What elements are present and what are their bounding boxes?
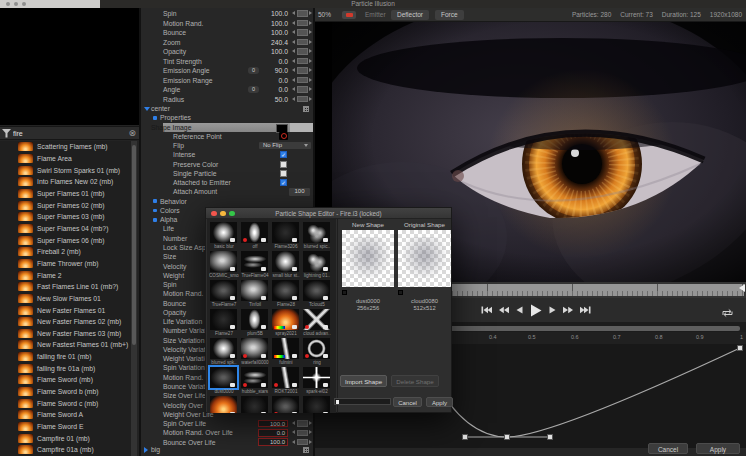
increment-icon[interactable] [309, 21, 312, 25]
increment-icon[interactable] [309, 430, 312, 434]
shape-tile[interactable] [209, 395, 239, 413]
control-point[interactable] [505, 435, 510, 440]
preset-list-scrollbar[interactable] [131, 141, 137, 456]
playhead-icon[interactable] [739, 284, 745, 292]
property-row[interactable]: Attach Amount 100 [141, 187, 313, 196]
value-slider[interactable] [297, 67, 308, 73]
deflector-button[interactable]: Deflector [391, 10, 429, 20]
checkbox[interactable] [280, 161, 287, 168]
list-item[interactable]: New Faster Flames 03 (mb) [0, 328, 131, 340]
shape-tile[interactable]: COSMIC_smo.. [209, 250, 239, 279]
window-titlebar[interactable]: Particle Illusion [0, 0, 746, 8]
list-item[interactable]: Scattering Flames (mb) [0, 141, 131, 153]
parameter-value[interactable]: 50.0 [275, 95, 288, 105]
list-item[interactable]: Super Flames 04 (mb?) [0, 223, 131, 235]
list-item[interactable]: New Faster Flames 01 [0, 304, 131, 316]
property-row-selected[interactable]: Shape Image [141, 123, 313, 132]
list-item[interactable]: Campfire 01 (mb) [0, 432, 131, 444]
control-point[interactable] [738, 346, 743, 351]
shape-tile[interactable]: lightning 01.. [302, 250, 332, 279]
parameter-row[interactable]: Spin Over Life 100.0 [141, 419, 313, 428]
property-row[interactable]: Intense ✓ [141, 150, 313, 159]
list-item[interactable]: Swirl Storm Sparks 01 (mb) [0, 164, 131, 176]
decrement-icon[interactable] [292, 59, 295, 63]
property-row[interactable]: Flip No Flip [141, 141, 313, 150]
shape-tile[interactable]: blurred spic.. [302, 221, 332, 250]
value-slider[interactable] [297, 86, 308, 92]
list-item[interactable]: Super Flames 01 (mb) [0, 188, 131, 200]
parameter-row[interactable]: Emission Range 0.0 [141, 76, 313, 86]
value-slider[interactable] [297, 39, 308, 45]
tree-group-Behavior[interactable]: Behavior [141, 197, 313, 206]
list-item[interactable]: Flame Sword A [0, 409, 131, 421]
shape-tile[interactable]: spark-el02 [302, 366, 332, 395]
decrement-icon[interactable] [292, 21, 295, 25]
shape-tile[interactable]: blurred spk.. [209, 337, 239, 366]
value-slider[interactable] [297, 10, 308, 16]
parameter-row[interactable]: Spin 100.0 [141, 9, 313, 19]
list-item[interactable]: New Slow Flames 01 [0, 293, 131, 305]
shape-tile[interactable] [302, 395, 332, 413]
shape-tile[interactable] [240, 395, 270, 413]
shape-tile[interactable]: Tcloud5 [302, 279, 332, 308]
parameter-row[interactable]: Bounce 100.0 [141, 28, 313, 38]
increment-icon[interactable] [309, 11, 312, 15]
decrement-icon[interactable] [292, 440, 295, 444]
list-item[interactable]: Flame Sword b (mb) [0, 386, 131, 398]
shape-tile[interactable]: ROKT2001 [271, 366, 301, 395]
value-slider[interactable] [297, 29, 308, 35]
value-slider[interactable] [297, 77, 308, 83]
control-point[interactable] [548, 435, 553, 440]
parameter-value[interactable]: 0.0 [279, 85, 288, 95]
parameter-row[interactable]: Opacity 100.0 [141, 47, 313, 57]
increment-icon[interactable] [309, 49, 312, 53]
value-slider[interactable] [297, 48, 308, 54]
dialog-titlebar[interactable]: Particle Shape Editor - Fire.i3 (locked) [206, 208, 451, 219]
parameter-row[interactable]: Motion Rand. Over Life 0.0 [141, 428, 313, 437]
tree-node-center[interactable]: center [141, 104, 313, 113]
list-item[interactable]: Flame Thrower (mb) [0, 258, 131, 270]
increment-icon[interactable] [309, 97, 312, 101]
shape-tile[interactable] [271, 395, 301, 413]
shape-tile[interactable]: Flame28 [271, 279, 301, 308]
shape-tile-selected[interactable]: dust0000 [209, 366, 239, 395]
parameter-value[interactable]: 100.0 [271, 28, 288, 38]
increment-icon[interactable] [309, 421, 312, 425]
step-forward-button[interactable] [549, 306, 556, 314]
shape-tile[interactable]: basic blur [209, 221, 239, 250]
shape-tile[interactable]: cloud advan.. [302, 308, 332, 337]
search-input[interactable] [13, 128, 121, 138]
parameter-value[interactable]: 0.0 [279, 57, 288, 67]
flip-dropdown[interactable]: No Flip [259, 142, 311, 150]
shape-tile[interactable]: Flame3206 [271, 221, 301, 250]
zoom-level-select[interactable]: 50% [318, 11, 331, 18]
shape-tile[interactable]: waterfall0000 [240, 337, 270, 366]
list-item[interactable]: Flame Area [0, 153, 131, 165]
parameter-row[interactable]: Emission Angle 0 90.0 [141, 66, 313, 76]
step-back-button[interactable] [516, 306, 523, 314]
shape-tile[interactable]: TrueFlame04 [240, 250, 270, 279]
list-item[interactable]: New Faster Flames 02 (mb) [0, 316, 131, 328]
timeline-apply-button[interactable]: Apply [696, 443, 740, 454]
jump-to-start-button[interactable] [481, 306, 492, 314]
list-item[interactable]: Fireball 2 (mb) [0, 246, 131, 258]
decrement-icon[interactable] [292, 30, 295, 34]
list-item[interactable]: Super Flames 03 (mb) [0, 211, 131, 223]
angle-dial[interactable]: 0 [248, 86, 259, 93]
parameter-value[interactable]: 100.0 [271, 19, 288, 29]
timeline-cancel-button[interactable]: Cancel [648, 443, 688, 454]
decrement-icon[interactable] [292, 68, 295, 72]
parameter-row[interactable]: Tint Strength 0.0 [141, 57, 313, 67]
parameter-value[interactable]: 240.4 [271, 38, 288, 48]
parameter-value[interactable]: 100.0 [271, 47, 288, 57]
decrement-icon[interactable] [292, 11, 295, 15]
reference-point-icon[interactable] [279, 132, 288, 140]
list-item[interactable]: Flame Sword (mb) [0, 374, 131, 386]
value-slider[interactable] [297, 430, 308, 436]
list-item[interactable]: Flame Sword c (mb) [0, 397, 131, 409]
shape-tile[interactable]: small blur st.. [271, 250, 301, 279]
tree-collapsed-icon[interactable] [144, 447, 148, 453]
value-slider[interactable] [297, 58, 308, 64]
property-row[interactable]: Attached to Emitter ✓ [141, 178, 313, 187]
list-item[interactable]: falling fire 01a (mb) [0, 362, 131, 374]
